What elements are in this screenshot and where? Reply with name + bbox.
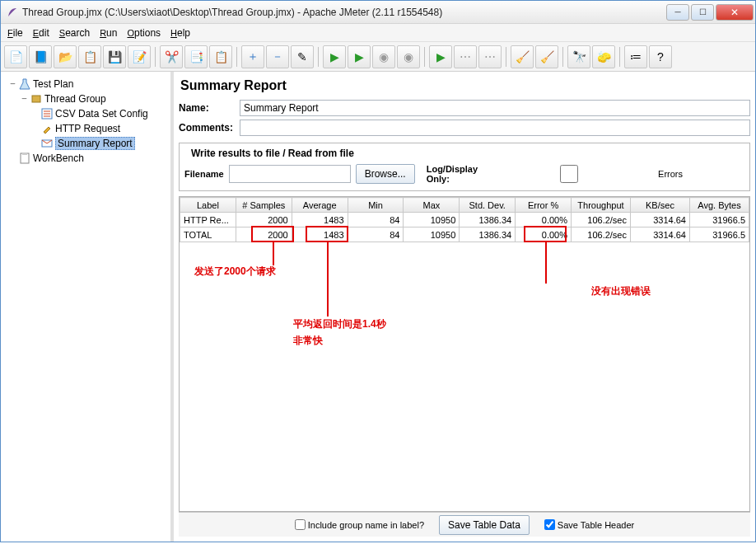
- open-button[interactable]: 📂: [54, 45, 77, 68]
- clear-button[interactable]: 🧹: [511, 45, 534, 68]
- cell-samples: 2000: [236, 213, 292, 227]
- app-window: Thread Group.jmx (C:\Users\xiaot\Desktop…: [0, 0, 756, 542]
- col-std[interactable]: Std. Dev.: [460, 198, 516, 213]
- search-tree-button[interactable]: 🔭: [567, 45, 590, 68]
- reset-search-button[interactable]: 🧽: [592, 45, 615, 68]
- col-average[interactable]: Average: [292, 198, 348, 213]
- expand-handle-icon[interactable]: ─: [9, 80, 16, 88]
- col-throughput[interactable]: Throughput: [572, 198, 631, 213]
- col-label[interactable]: Label: [180, 198, 236, 213]
- menubar: File Edit Search Run Options Help: [1, 24, 755, 42]
- successes-checkbox[interactable]: Successes: [688, 165, 756, 183]
- col-bytes[interactable]: Avg. Bytes: [689, 198, 749, 213]
- comments-label: Comments:: [179, 122, 240, 134]
- function-helper-button[interactable]: ≔: [624, 45, 647, 68]
- annotation-error: 没有出现错误: [591, 284, 651, 298]
- fieldset-legend: Write results to file / Read from file: [188, 148, 357, 159]
- col-min[interactable]: Min: [348, 198, 404, 213]
- tree-label: CSV Data Set Config: [55, 108, 148, 120]
- separator: [318, 47, 319, 67]
- clear-all-button[interactable]: 🧹: [535, 45, 558, 68]
- menu-edit[interactable]: Edit: [33, 27, 49, 39]
- stop-button[interactable]: ◉: [372, 45, 395, 68]
- cell-max: 10950: [404, 213, 460, 227]
- col-kbsec[interactable]: KB/sec: [630, 198, 689, 213]
- tree-item-http[interactable]: HTTP Request: [2, 121, 169, 136]
- minimize-button[interactable]: ─: [666, 4, 689, 21]
- table-row[interactable]: TOTAL 2000 1483 84 10950 1386.34 0.00% 1…: [180, 227, 749, 242]
- expand-handle-icon[interactable]: ─: [21, 95, 28, 103]
- start-no-timers-button[interactable]: ▶: [348, 45, 371, 68]
- tree-item-test-plan[interactable]: ─ Test Plan: [2, 77, 169, 91]
- tree-panel[interactable]: ─ Test Plan ─ Thread Group CSV Data Set …: [1, 72, 174, 542]
- svg-rect-0: [32, 96, 40, 102]
- remote-stop-button[interactable]: ⋯: [478, 45, 502, 68]
- spool-icon: [30, 92, 43, 106]
- tree-item-summary[interactable]: Summary Report: [2, 136, 169, 151]
- toggle-button[interactable]: ✎: [291, 45, 314, 68]
- cell-bytes: 31966.5: [689, 227, 749, 242]
- tree-item-csv[interactable]: CSV Data Set Config: [2, 106, 169, 121]
- tree-item-thread-group[interactable]: ─ Thread Group: [2, 91, 169, 106]
- menu-help[interactable]: Help: [170, 27, 190, 39]
- col-error[interactable]: Error %: [516, 198, 572, 213]
- remote-start-all-button[interactable]: ⋯: [454, 45, 477, 68]
- save-header-label: Save Table Header: [558, 520, 634, 530]
- separator: [562, 47, 563, 67]
- mail-icon: [40, 137, 54, 150]
- cell-min: 84: [348, 227, 404, 242]
- errors-checkbox[interactable]: Errors: [483, 165, 683, 183]
- table-header-row: Label # Samples Average Min Max Std. Dev…: [180, 198, 749, 213]
- save-as-button[interactable]: 📝: [128, 45, 151, 68]
- table-row[interactable]: HTTP Re... 2000 1483 84 10950 1386.34 0.…: [180, 213, 749, 227]
- close-button[interactable]: ✕: [716, 4, 754, 21]
- col-max[interactable]: Max: [404, 198, 460, 213]
- start-button[interactable]: ▶: [323, 45, 346, 68]
- errors-label: Errors: [658, 169, 683, 179]
- page-title: Summary Report: [180, 78, 750, 93]
- line-average: [327, 242, 329, 317]
- filename-input[interactable]: [229, 165, 351, 183]
- menu-file[interactable]: File: [7, 27, 23, 39]
- menu-search[interactable]: Search: [59, 27, 90, 39]
- cell-avg: 1483: [292, 227, 348, 242]
- col-samples[interactable]: # Samples: [236, 198, 292, 213]
- menu-run[interactable]: Run: [100, 27, 117, 39]
- menu-options[interactable]: Options: [127, 27, 161, 39]
- save-header-checkbox[interactable]: Save Table Header: [544, 519, 634, 530]
- collapse-button[interactable]: －: [266, 45, 289, 68]
- titlebar[interactable]: Thread Group.jmx (C:\Users\xiaot\Desktop…: [1, 1, 755, 24]
- save-table-data-button[interactable]: Save Table Data: [439, 515, 530, 535]
- browse-button[interactable]: Browse...: [356, 164, 415, 184]
- clipboard-icon: [18, 152, 31, 165]
- expand-button[interactable]: ＋: [241, 45, 264, 68]
- shutdown-button[interactable]: ◉: [397, 45, 420, 68]
- line-error: [545, 242, 547, 284]
- close-plan-button[interactable]: 📋: [78, 45, 101, 68]
- include-label: Include group name in label?: [308, 520, 424, 530]
- paste-button[interactable]: 📋: [209, 45, 232, 68]
- name-input[interactable]: [240, 100, 750, 116]
- file-fieldset: Write results to file / Read from file F…: [179, 143, 750, 191]
- new-button[interactable]: 📄: [4, 45, 27, 68]
- app-icon: [6, 6, 19, 19]
- templates-button[interactable]: 📘: [29, 45, 52, 68]
- tree-label: Thread Group: [44, 93, 106, 105]
- copy-button[interactable]: 📑: [184, 45, 208, 68]
- body-split: ─ Test Plan ─ Thread Group CSV Data Set …: [1, 72, 755, 542]
- maximize-button[interactable]: ☐: [691, 4, 714, 21]
- cell-avg: 1483: [292, 213, 348, 227]
- tree-label: Test Plan: [33, 78, 73, 90]
- remote-start-button[interactable]: ▶: [429, 45, 452, 68]
- beaker-icon: [18, 77, 31, 91]
- include-group-checkbox[interactable]: Include group name in label?: [295, 519, 424, 530]
- tree-label: HTTP Request: [55, 123, 120, 134]
- help-button[interactable]: ?: [649, 45, 672, 68]
- save-button[interactable]: 💾: [103, 45, 126, 68]
- pipette-icon: [40, 122, 54, 135]
- comments-input[interactable]: [240, 120, 750, 136]
- tree-item-workbench[interactable]: WorkBench: [2, 151, 169, 166]
- cut-button[interactable]: ✂️: [160, 45, 183, 68]
- annotation-average-2: 非常快: [293, 334, 323, 348]
- separator: [236, 47, 237, 67]
